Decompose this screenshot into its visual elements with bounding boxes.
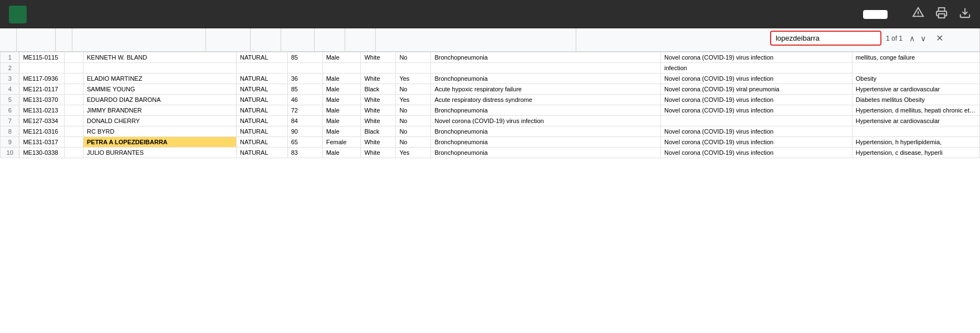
col-header-a — [0, 28, 17, 51]
col-header-i — [345, 28, 376, 51]
cell-c — [64, 63, 83, 74]
row-number: 7 — [1, 116, 19, 126]
cell-c — [64, 137, 83, 148]
cell-j: Novel corona (COVID-19) virus infection — [431, 116, 661, 126]
cell-h: White — [361, 137, 396, 148]
cell-j: Acute hypoxic respiratory failure — [431, 84, 661, 95]
cell-e: NATURAL — [236, 126, 287, 137]
table-row: 3ME117-0936ELADIO MARTINEZNATURAL36MaleW… — [1, 74, 980, 84]
cell-k: Novel corona (COVID-19) virus infection — [660, 52, 852, 63]
cell-d: EDUARDO DIAZ BARONA — [83, 95, 236, 105]
cell-j: Acute respiratory distress syndrome — [431, 95, 661, 105]
cell-e: NATURAL — [236, 148, 287, 158]
cell-f: 90 — [287, 126, 322, 137]
cell-l: Hypertensive ar cardiovascular — [852, 84, 979, 95]
add-to-drive-icon[interactable] — [912, 7, 924, 22]
table-row: 9ME131-0317PETRA A LOPEZDEIBARRANATURAL6… — [1, 137, 980, 148]
cell-h: White — [361, 116, 396, 126]
cell-f: 85 — [287, 84, 322, 95]
cell-h — [361, 63, 396, 74]
cell-l — [852, 63, 979, 74]
cell-i: No — [396, 105, 431, 116]
row-number: 1 — [1, 52, 19, 63]
col-header-j — [376, 28, 576, 51]
cell-k: Novel corona (COVID-19) virus infection — [660, 148, 852, 158]
cell-i: No — [396, 116, 431, 126]
cell-k: Novel corona (COVID-19) virus infection — [660, 126, 852, 137]
col-header-c — [56, 28, 72, 51]
row-number: 10 — [1, 148, 19, 158]
cell-b: ME127-0334 — [19, 116, 64, 126]
search-close-button[interactable]: ✕ — [933, 32, 947, 45]
cell-g: Female — [322, 137, 361, 148]
cell-l: mellitus, conge failure — [852, 52, 979, 63]
cell-c — [64, 148, 83, 158]
cell-c — [64, 126, 83, 137]
search-input[interactable] — [770, 31, 881, 46]
cell-b: ME121-0117 — [19, 84, 64, 95]
cell-j: Bronchopneumonia — [431, 105, 661, 116]
search-prev-button[interactable]: ∧ — [907, 33, 917, 44]
cell-i — [396, 63, 431, 74]
cell-d: RC BYRD — [83, 126, 236, 137]
cell-j: Bronchopneumonia — [431, 148, 661, 158]
cell-d: DONALD CHERRY — [83, 116, 236, 126]
row-number: 4 — [1, 84, 19, 95]
cell-k — [660, 116, 852, 126]
print-icon[interactable] — [935, 7, 948, 22]
row-number: 6 — [1, 105, 19, 116]
cell-i: Yes — [396, 74, 431, 84]
cell-e — [236, 63, 287, 74]
cell-j: Bronchopneumonia — [431, 137, 661, 148]
column-header-row: 1 of 1 ∧ ∨ ✕ — [0, 28, 980, 52]
col-header-h — [315, 28, 345, 51]
cell-b: ME121-0316 — [19, 126, 64, 137]
toolbar — [0, 0, 980, 28]
row-number: 2 — [1, 63, 19, 74]
search-box-wrapper: 1 of 1 ∧ ∨ ✕ — [770, 31, 947, 46]
col-header-b — [17, 28, 56, 51]
cell-d: SAMMIE YOUNG — [83, 84, 236, 95]
cell-h: White — [361, 52, 396, 63]
table-row: 4ME121-0117SAMMIE YOUNGNATURAL85MaleBlac… — [1, 84, 980, 95]
cell-l: Hypertension, h hyperlipidemia, — [852, 137, 979, 148]
search-navigation: ∧ ∨ — [907, 33, 928, 44]
cell-g: Male — [322, 52, 361, 63]
cell-l: Hypertension, d mellitus, hepati chronic… — [852, 105, 979, 116]
cell-i: No — [396, 126, 431, 137]
row-number: 8 — [1, 126, 19, 137]
cell-b — [19, 63, 64, 74]
table-row: 5ME131-0370EDUARDO DIAZ BARONANATURAL46M… — [1, 95, 980, 105]
cell-b: ME130-0338 — [19, 148, 64, 158]
cell-e: NATURAL — [236, 116, 287, 126]
cell-e: NATURAL — [236, 74, 287, 84]
search-next-button[interactable]: ∨ — [918, 33, 928, 44]
cell-b: ME115-0115 — [19, 52, 64, 63]
cell-f: 83 — [287, 148, 322, 158]
cell-j: Bronchopneumonia — [431, 74, 661, 84]
cell-e: NATURAL — [236, 84, 287, 95]
cell-h: Black — [361, 84, 396, 95]
cell-d: PETRA A LOPEZDEIBARRA — [83, 137, 236, 148]
cell-f — [287, 63, 322, 74]
cell-i: No — [396, 52, 431, 63]
cell-k: infection — [660, 63, 852, 74]
cell-i: No — [396, 84, 431, 95]
cell-c — [64, 84, 83, 95]
table-row: 10ME130-0338JULIO BURRANTESNATURAL83Male… — [1, 148, 980, 158]
col-header-g — [281, 28, 315, 51]
cell-k: Novel corona (COVID-19) virus infection — [660, 95, 852, 105]
row-number: 5 — [1, 95, 19, 105]
cell-f: 65 — [287, 137, 322, 148]
cell-c — [64, 74, 83, 84]
download-icon[interactable] — [959, 7, 971, 22]
cell-c — [64, 116, 83, 126]
open-with-button[interactable] — [863, 10, 888, 19]
table-row: 8ME121-0316RC BYRDNATURAL90MaleBlackNoBr… — [1, 126, 980, 137]
cell-k: Novel corona (COVID-19) virus infection — [660, 105, 852, 116]
cell-d: KENNETH W. BLAND — [83, 52, 236, 63]
cell-g: Male — [322, 126, 361, 137]
table-row: 1ME115-0115KENNETH W. BLANDNATURAL85Male… — [1, 52, 980, 63]
cell-l: Hypertensive ar cardiovascular — [852, 116, 979, 126]
cell-h: White — [361, 95, 396, 105]
